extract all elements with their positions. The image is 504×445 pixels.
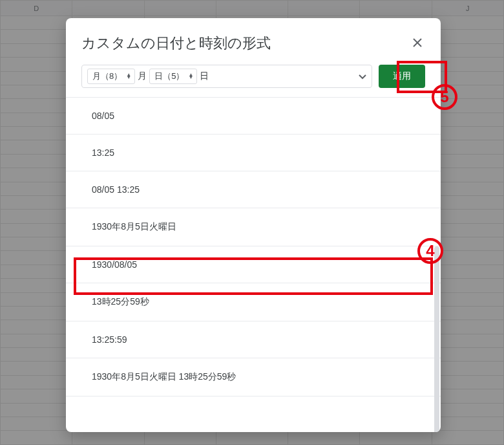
up-down-icon: ▲▼: [126, 74, 131, 79]
format-separator: 日: [199, 71, 209, 82]
format-option[interactable]: 13:25:59: [66, 321, 441, 358]
format-option[interactable]: 13時25分59秒: [66, 283, 441, 321]
close-button[interactable]: [410, 36, 425, 51]
chevron-down-icon[interactable]: [359, 71, 366, 81]
format-input[interactable]: 月（8） ▲▼ 月 日（5） ▲▼ 日: [81, 65, 372, 88]
format-option[interactable]: 1930年8月5日火曜日: [66, 208, 441, 246]
format-option[interactable]: 1930/08/05: [66, 246, 441, 283]
token-label: 月（8）: [92, 71, 122, 82]
format-option[interactable]: 1930年8月5日火曜日 13時25分59秒: [66, 358, 441, 396]
dialog-header: カスタムの日付と時刻の形式: [66, 18, 441, 65]
format-token-day[interactable]: 日（5） ▲▼: [149, 69, 197, 84]
format-option[interactable]: 08/05 13:25: [66, 171, 441, 208]
apply-button[interactable]: 適用: [379, 65, 425, 88]
scrollbar-thumb[interactable]: [434, 246, 439, 432]
dialog-title: カスタムの日付と時刻の形式: [81, 34, 271, 53]
format-option[interactable]: 08/05: [66, 98, 441, 135]
format-options-list[interactable]: 08/05 13:25 08/05 13:25 1930年8月5日火曜日 193…: [66, 97, 441, 432]
close-icon: [413, 38, 422, 49]
token-label: 日（5）: [154, 71, 184, 82]
format-token-month[interactable]: 月（8） ▲▼: [87, 69, 135, 84]
format-toolbar: 月（8） ▲▼ 月 日（5） ▲▼ 日 適用: [66, 65, 441, 97]
format-separator: 月: [137, 71, 147, 82]
up-down-icon: ▲▼: [188, 74, 193, 79]
custom-datetime-format-dialog: カスタムの日付と時刻の形式 月（8） ▲▼ 月 日（5） ▲▼ 日: [66, 18, 441, 432]
format-option[interactable]: 13:25: [66, 135, 441, 171]
